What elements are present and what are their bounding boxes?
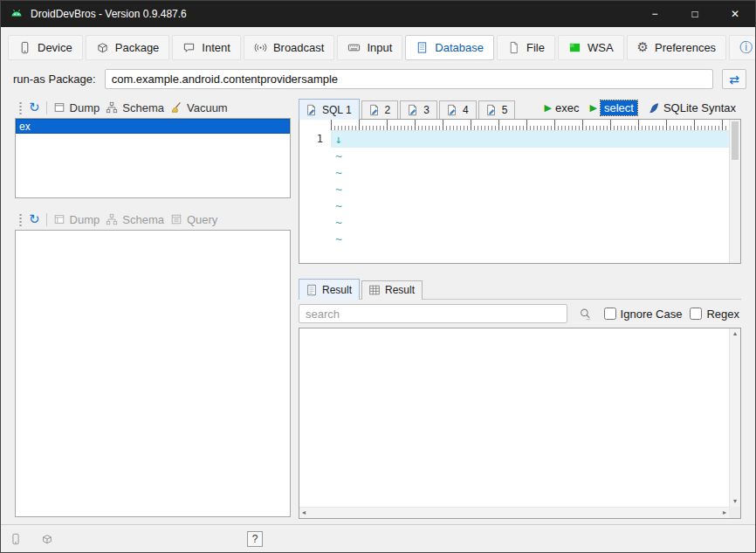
sql-tab-label: 2 [385, 104, 391, 116]
sql-tab-5[interactable]: 5 [478, 100, 516, 120]
editor-empty-line: ~ [331, 231, 729, 247]
regex-checkbox[interactable]: Regex [690, 308, 739, 321]
broom-icon [170, 101, 182, 114]
toolbar-separator [46, 213, 47, 226]
query-icon [170, 213, 182, 225]
query-button[interactable]: Query [170, 213, 217, 226]
search-input[interactable] [299, 304, 567, 323]
search-icon [579, 308, 592, 321]
sql-tab-4[interactable]: 4 [439, 100, 477, 120]
tab-file[interactable]: File [497, 35, 555, 60]
scroll-down-icon[interactable]: ▾ [733, 498, 737, 505]
maximize-button[interactable]: □ [675, 1, 715, 27]
window-title: DroidDevBros - Version 0.9.487.6 [31, 8, 635, 20]
sql-page-icon [446, 104, 458, 116]
schema-database-button[interactable]: Schema [106, 101, 164, 114]
panel-gap [15, 198, 291, 209]
regex-checkbox-input[interactable] [690, 308, 702, 320]
tab-wsa[interactable]: WSA [558, 35, 624, 60]
dump-database-button[interactable]: Dump [53, 101, 100, 114]
schema-icon [106, 213, 118, 225]
search-button[interactable] [575, 304, 596, 323]
result-tab-table[interactable]: Result [361, 280, 423, 300]
transfer-button[interactable]: ⇄ [722, 69, 746, 89]
sql-editor[interactable]: 1 ↓ ~ ~ ~ ~ ~ ~ [299, 119, 741, 264]
tab-broadcast[interactable]: Broadcast [244, 35, 335, 60]
wsa-icon [568, 41, 581, 54]
tab-package[interactable]: Package [86, 35, 170, 60]
tab-label: Preferences [655, 41, 716, 54]
main-toolbar: Device Package Intent Broadcast Input Da… [1, 27, 755, 65]
sql-tab-1[interactable]: SQL 1 [299, 99, 360, 120]
tab-preferences[interactable]: ⚙ Preferences [627, 35, 727, 60]
database-list-item-selected[interactable]: ex [16, 119, 290, 134]
exec-button[interactable]: ▶ exec [545, 101, 580, 114]
runas-package-input[interactable] [105, 69, 713, 89]
refresh-tables-button[interactable]: ↻ [29, 213, 40, 226]
toolbar-grip[interactable] [18, 213, 23, 226]
sqlite-syntax-button[interactable]: SQLite Syntax [648, 101, 736, 114]
tab-label: WSA [588, 41, 614, 54]
sql-page-icon [306, 104, 318, 116]
device-icon [18, 41, 31, 54]
dump-table-button[interactable]: Dump [53, 213, 100, 226]
tab-input[interactable]: Input [337, 35, 402, 60]
left-panel: ↻ Dump Schema Vacuum ex [15, 97, 291, 519]
sql-tab-3[interactable]: 3 [400, 100, 437, 120]
help-button[interactable]: ? [247, 531, 263, 547]
app-window: DroidDevBros - Version 0.9.487.6 − □ ✕ D… [0, 0, 756, 553]
tab-database[interactable]: Database [405, 35, 494, 60]
sql-page-icon [368, 104, 381, 116]
schema-table-button[interactable]: Schema [106, 213, 164, 226]
tab-label: Intent [202, 41, 230, 54]
tab-about[interactable]: ⓘ About [729, 35, 756, 60]
editor-text-area[interactable]: ↓ ~ ~ ~ ~ ~ ~ [331, 120, 729, 263]
result-page-icon [306, 284, 318, 296]
database-list[interactable]: ex [15, 118, 291, 198]
result-vertical-scrollbar[interactable]: ▴ ▾ [729, 328, 740, 507]
result-tab-text[interactable]: Result [299, 279, 360, 300]
schema-label: Schema [122, 213, 164, 226]
tab-device[interactable]: Device [8, 35, 83, 60]
dump-label: Dump [70, 213, 100, 226]
editor-empty-line: ~ [331, 197, 729, 214]
dump-icon [53, 101, 65, 114]
toolbar-grip[interactable] [18, 101, 23, 114]
broadcast-icon [254, 41, 267, 54]
minimize-button[interactable]: − [635, 1, 675, 27]
editor-vertical-scrollbar[interactable] [729, 120, 740, 263]
sql-tab-row: SQL 1 2 3 4 5 [299, 97, 741, 119]
editor-current-line[interactable]: ↓ [331, 131, 729, 148]
refresh-databases-button[interactable]: ↻ [29, 101, 40, 114]
scroll-right-icon[interactable]: ▸ [723, 509, 726, 516]
exec-label: exec [555, 101, 579, 114]
select-button[interactable]: ▶ select [589, 100, 636, 115]
scrollbar-thumb[interactable] [732, 121, 739, 160]
table-toolbar: ↻ Dump Schema Query [15, 209, 291, 230]
scroll-up-icon[interactable]: ▴ [733, 330, 737, 337]
tab-intent[interactable]: Intent [172, 35, 241, 60]
result-area[interactable]: ▴ ▾ ◂ ▸ [299, 328, 741, 519]
sql-tab-2[interactable]: 2 [361, 100, 399, 120]
column-ruler [331, 120, 729, 131]
database-icon [416, 41, 429, 54]
select-label: select [601, 100, 637, 115]
close-button[interactable]: ✕ [715, 1, 755, 27]
table-list[interactable] [15, 230, 291, 517]
vacuum-button[interactable]: Vacuum [170, 101, 228, 114]
tab-label: Input [367, 41, 392, 54]
editor-empty-line: ~ [331, 181, 729, 197]
ignore-case-checkbox-input[interactable] [604, 308, 616, 320]
info-icon: ⓘ [739, 41, 753, 54]
speech-bubble-icon [182, 41, 196, 54]
file-icon [507, 41, 520, 54]
ignore-case-checkbox[interactable]: Ignore Case [604, 308, 683, 321]
scroll-left-icon[interactable]: ◂ [302, 509, 306, 516]
result-horizontal-scrollbar[interactable]: ◂ ▸ [299, 507, 729, 518]
sql-tab-label: SQL 1 [322, 104, 352, 116]
line-number-gutter: 1 [299, 120, 331, 263]
ignore-case-label: Ignore Case [621, 308, 683, 321]
result-search-row: Ignore Case Regex [299, 300, 741, 328]
toolbar-separator [46, 101, 47, 114]
result-tab-label: Result [385, 284, 415, 296]
